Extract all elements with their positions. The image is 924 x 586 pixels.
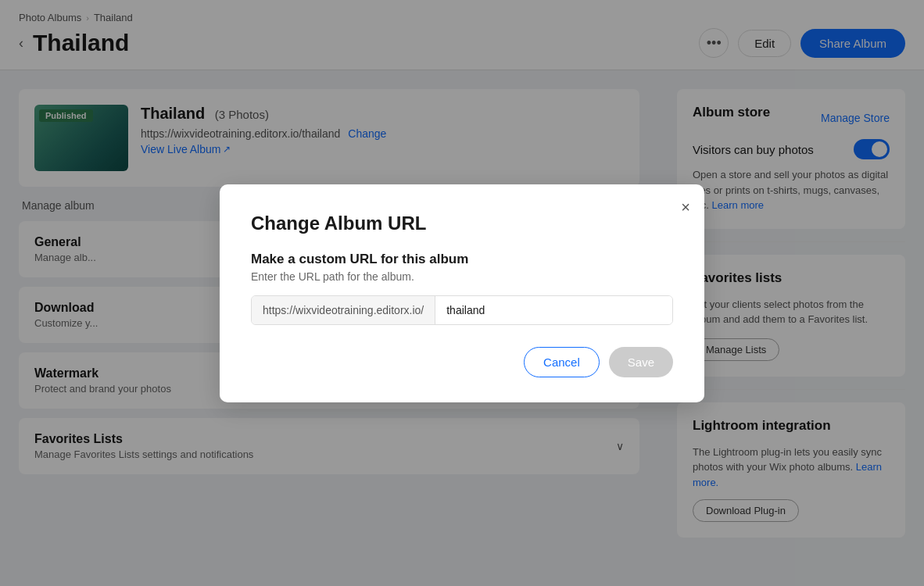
modal-url-row: https://wixvideotraining.editorx.io/ [251, 295, 673, 325]
modal-close-button[interactable]: × [681, 198, 690, 216]
save-button[interactable]: Save [609, 347, 673, 377]
modal-url-input[interactable] [435, 296, 672, 324]
modal-subtitle: Make a custom URL for this album [251, 252, 673, 267]
modal-description: Enter the URL path for the album. [251, 270, 673, 283]
modal-url-prefix: https://wixvideotraining.editorx.io/ [252, 296, 435, 324]
modal-overlay: × Change Album URL Make a custom URL for… [0, 0, 924, 586]
change-album-url-modal: × Change Album URL Make a custom URL for… [220, 184, 704, 402]
modal-actions: Cancel Save [251, 347, 673, 377]
cancel-button[interactable]: Cancel [524, 347, 600, 377]
modal-title: Change Album URL [251, 213, 673, 234]
